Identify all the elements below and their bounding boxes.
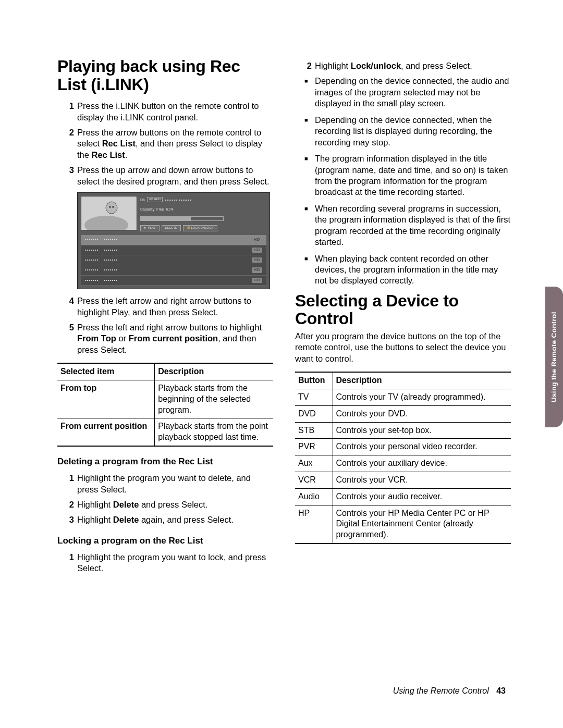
intro-text: After you program the device buttons on … [295, 331, 511, 364]
step: 1 Highlight the program you want to lock… [67, 552, 273, 574]
table-row: AuxControls your auxiliary device. [295, 455, 511, 472]
step-number: 3 [67, 165, 77, 187]
step: 2 Highlight Delete and press Select. [67, 499, 273, 510]
section-tab: Using the Remote Control [545, 287, 563, 427]
list-item: ■The program information displayed in th… [304, 153, 511, 198]
svg-point-4 [112, 206, 114, 208]
step: 2 Highlight Lock/unlock, and press Selec… [304, 60, 511, 71]
selected-item-table: Selected item Description From top Playb… [57, 363, 273, 447]
table-row: TVControls your TV (already programmed). [295, 389, 511, 406]
heading-selecting-device: Selecting a Device to Control [295, 292, 511, 328]
list-item: ■Depending on the device connected, the … [304, 76, 511, 109]
notes-list: ■Depending on the device connected, the … [304, 76, 511, 286]
heading-deleting: Deleting a program from the Rec List [57, 456, 273, 467]
step-text: Press the i.LINK button on the remote co… [77, 101, 273, 123]
table-header: Selected item [57, 363, 155, 380]
step-text: Press the up arrow and down arrow button… [77, 165, 273, 187]
table-row: AudioControls your audio receiver. [295, 488, 511, 505]
ilink-delete-button: DELETE [162, 225, 181, 231]
list-item: ■Depending on the device connected, when… [304, 115, 511, 148]
step: 1 Press the i.LINK button on the remote … [67, 101, 273, 123]
bullet-icon: ■ [304, 153, 315, 198]
ilink-play-button: ► PLAY [140, 225, 160, 231]
step: 2 Press the arrow buttons on the remote … [67, 127, 273, 161]
step: 4 Press the left arrow and right arrow b… [67, 295, 273, 318]
table-header: Description [155, 363, 273, 380]
step-number: 5 [67, 322, 77, 355]
table-row: VCRControls your VCR. [295, 472, 511, 489]
svg-point-3 [109, 206, 111, 208]
bullet-icon: ■ [304, 115, 315, 148]
ilink-rec-list: ••••••• •••••••HD ••••••• •••••••HD ••••… [81, 235, 266, 286]
table-row: DVDControls your DVD. [295, 405, 511, 422]
table-header: Button [295, 372, 333, 389]
bullet-icon: ■ [304, 253, 315, 287]
heading-playing-back: Playing back using Rec List (i.LINK) [57, 57, 273, 93]
bullet-icon: ■ [304, 203, 315, 248]
ilink-info: D6 AV HDD ••••••• ••••••• Capacity: Free… [140, 196, 266, 232]
heading-locking: Locking a program on the Rec List [57, 535, 273, 547]
button-description-table: Button Description TVControls your TV (a… [295, 372, 511, 544]
footer-section: Using the Remote Control [393, 686, 489, 695]
page-number: 43 [496, 686, 506, 695]
step: 3 Highlight Delete again, and press Sele… [67, 514, 273, 525]
table-row: From top Playback starts from the beginn… [57, 380, 273, 418]
step-text: Press the arrow buttons on the remote co… [77, 127, 273, 161]
ilink-thumbnail [81, 196, 137, 230]
table-header: Description [333, 372, 511, 389]
table-row: HPControls your HP Media Center PC or HP… [295, 505, 511, 544]
step-text: Press the left and right arrow buttons t… [77, 322, 273, 355]
step: 3 Press the up arrow and down arrow butt… [67, 165, 273, 187]
step: 5 Press the left and right arrow buttons… [67, 322, 273, 355]
table-row: STBControls your set-top box. [295, 422, 511, 439]
step: 1 Highlight the program you want to dele… [67, 473, 273, 495]
page-footer: Using the Remote Control 43 [393, 686, 506, 696]
right-column: 2 Highlight Lock/unlock, and press Selec… [295, 57, 511, 578]
table-row: PVRControls your personal video recorder… [295, 439, 511, 455]
capacity-bar [140, 216, 224, 221]
ilink-lock-button: 🔒 LOCK/UNLOCK [183, 225, 217, 231]
list-item: ■When recording several programs in succ… [304, 203, 511, 248]
step-text: Press the left arrow and right arrow but… [77, 295, 273, 318]
ilink-screenshot: D6 AV HDD ••••••• ••••••• Capacity: Free… [77, 192, 270, 289]
step-number: 2 [67, 127, 77, 161]
page-content: Playing back using Rec List (i.LINK) 1 P… [0, 0, 563, 610]
step-number: 1 [67, 101, 77, 123]
table-row: From current position Playback starts fr… [57, 418, 273, 446]
bullet-icon: ■ [304, 76, 315, 109]
list-item: ■When playing back content recorded on o… [304, 253, 511, 287]
left-column: Playing back using Rec List (i.LINK) 1 P… [57, 57, 273, 578]
step-number: 4 [67, 295, 77, 318]
